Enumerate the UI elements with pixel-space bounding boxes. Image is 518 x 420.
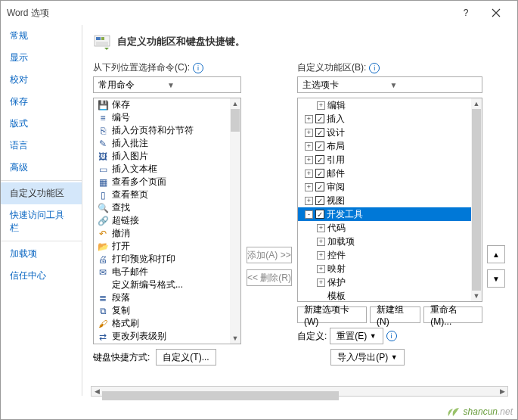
ribbon-tree[interactable]: +编辑+✓插入+✓设计+✓布局+✓引用+✓邮件+✓审阅+✓视图-✓开发工具+代码… bbox=[297, 98, 482, 302]
list-item: ✉电子邮件 bbox=[94, 266, 240, 278]
customize-keyboard-button[interactable]: 自定义(T)... bbox=[156, 349, 216, 366]
add-button[interactable]: 添加(A) >> bbox=[247, 247, 292, 263]
list-item: 🔍查找 bbox=[94, 201, 240, 214]
choose-commands-dropdown[interactable]: 常用命令 ▼ bbox=[93, 76, 241, 93]
list-item: ⧉复制 bbox=[94, 304, 240, 317]
email-icon: ✉ bbox=[97, 267, 109, 278]
expander-icon[interactable]: + bbox=[305, 170, 313, 178]
sidebar-item-quick-access[interactable]: 快速访问工具栏 bbox=[1, 204, 82, 239]
expander-icon[interactable]: + bbox=[305, 115, 313, 123]
sidebar-item-save[interactable]: 保存 bbox=[1, 91, 82, 113]
expander-icon[interactable]: + bbox=[305, 197, 313, 205]
window-title: Word 选项 bbox=[7, 7, 451, 20]
checkbox[interactable]: ✓ bbox=[315, 196, 324, 205]
close-button[interactable] bbox=[481, 1, 511, 25]
move-down-button[interactable]: ▼ bbox=[487, 269, 505, 288]
tree-item-label: 保护 bbox=[327, 276, 346, 289]
comment-icon: ✎ bbox=[97, 138, 109, 149]
tree-item-label: 布局 bbox=[327, 140, 345, 153]
remove-button[interactable]: << 删除(R) bbox=[247, 269, 292, 286]
import-export-button[interactable]: 导入/导出(P) ▼ bbox=[330, 349, 405, 366]
arrow-column: ▲ ▼ bbox=[487, 61, 507, 366]
expander-icon[interactable]: + bbox=[317, 238, 325, 246]
tree-item-label: 模板 bbox=[327, 290, 346, 302]
checkbox[interactable]: ✓ bbox=[315, 182, 324, 191]
checkbox[interactable]: ✓ bbox=[315, 128, 324, 137]
scrollbar[interactable]: ▲ ▼ bbox=[471, 98, 482, 301]
sidebar-item-layout[interactable]: 版式 bbox=[1, 113, 82, 135]
sidebar-item-advanced[interactable]: 高级 bbox=[1, 157, 82, 179]
choose-commands-label: 从下列位置选择命令(C): i bbox=[93, 61, 241, 74]
scroll-up-icon: ▲ bbox=[230, 98, 240, 109]
tree-item[interactable]: +✓插入 bbox=[298, 112, 482, 126]
tree-item[interactable]: -✓开发工具 bbox=[298, 207, 482, 221]
expander-icon[interactable]: + bbox=[305, 129, 313, 137]
sidebar-item-customize-ribbon[interactable]: 自定义功能区 bbox=[1, 182, 82, 204]
expander-icon[interactable]: + bbox=[317, 278, 325, 287]
main-panel: 自定义功能区和键盘快捷键。 从下列位置选择命令(C): i 常用命令 ▼ 💾保存 bbox=[82, 25, 517, 396]
expander-icon[interactable]: + bbox=[317, 101, 325, 110]
checkbox[interactable]: ✓ bbox=[315, 210, 324, 219]
tree-item[interactable]: +保护 bbox=[298, 275, 482, 289]
list-item: ✎插入批注 bbox=[94, 137, 240, 150]
sidebar-item-display[interactable]: 显示 bbox=[1, 47, 82, 69]
label-text: 从下列位置选择命令(C): bbox=[93, 61, 190, 74]
header: 自定义功能区和键盘快捷键。 bbox=[93, 33, 507, 51]
one-page-icon: ▯ bbox=[97, 190, 109, 201]
sidebar-item-proofing[interactable]: 校对 bbox=[1, 69, 82, 91]
tree-item[interactable]: +✓邮件 bbox=[298, 166, 482, 180]
expander-icon[interactable]: + bbox=[317, 265, 325, 273]
info-icon[interactable]: i bbox=[369, 63, 380, 73]
dropdown-value: 主选项卡 bbox=[302, 79, 390, 92]
tree-item[interactable]: +✓审阅 bbox=[298, 180, 482, 194]
tree-item[interactable]: +映射 bbox=[298, 262, 482, 275]
tree-item[interactable]: 模板 bbox=[298, 289, 482, 301]
sidebar-item-trust-center[interactable]: 信任中心 bbox=[1, 265, 82, 287]
new-tab-button[interactable]: 新建选项卡(W) bbox=[297, 306, 367, 323]
print-preview-icon: 🖨 bbox=[97, 254, 109, 265]
commands-listbox[interactable]: 💾保存 ≡编号|▸ ⎘插入分页符和分节符 ✎插入批注 🖼插入图片 ▭插入文本框▸… bbox=[93, 98, 241, 344]
tree-item[interactable]: +编辑 bbox=[298, 98, 482, 112]
svg-rect-1 bbox=[96, 37, 101, 40]
expander-icon[interactable]: + bbox=[305, 156, 313, 164]
find-icon: 🔍 bbox=[97, 203, 109, 213]
tree-item[interactable]: +✓引用 bbox=[298, 153, 482, 166]
checkbox[interactable]: ✓ bbox=[315, 114, 324, 123]
rename-button[interactable]: 重命名(M)... bbox=[423, 306, 482, 323]
keyboard-shortcuts-row: 键盘快捷方式: 自定义(T)... bbox=[93, 349, 241, 366]
tree-item[interactable]: +加载项 bbox=[298, 235, 482, 248]
sidebar-item-language[interactable]: 语言 bbox=[1, 135, 82, 157]
tree-item-label: 审阅 bbox=[327, 181, 345, 194]
sidebar-item-addins[interactable]: 加载项 bbox=[1, 243, 82, 265]
dropdown-value: 常用命令 bbox=[98, 79, 167, 92]
move-up-button[interactable]: ▲ bbox=[487, 245, 505, 263]
checkbox[interactable]: ✓ bbox=[315, 142, 324, 151]
checkbox[interactable]: ✓ bbox=[315, 155, 324, 164]
tree-item[interactable]: +✓设计 bbox=[298, 126, 482, 139]
expander-icon[interactable]: + bbox=[317, 224, 325, 232]
import-export-row: 导入/导出(P) ▼ bbox=[297, 349, 482, 366]
tree-item[interactable]: +✓布局 bbox=[298, 139, 482, 153]
tree-item-label: 引用 bbox=[327, 154, 345, 166]
scrollbar[interactable]: ▲ ▼ bbox=[230, 98, 240, 344]
expander-icon[interactable]: + bbox=[305, 142, 313, 151]
reset-button[interactable]: 重置(E) ▼ bbox=[330, 328, 383, 344]
list-item: 🖌格式刷 bbox=[94, 317, 240, 330]
expander-icon[interactable]: - bbox=[305, 210, 313, 219]
tree-item[interactable]: +代码 bbox=[298, 221, 482, 235]
word-options-dialog: Word 选项 ? 常规 显示 校对 保存 版式 语言 高级 自定义功能区 快速… bbox=[0, 0, 518, 420]
info-icon[interactable]: i bbox=[193, 63, 203, 73]
info-icon[interactable]: i bbox=[386, 331, 397, 341]
sidebar-item-general[interactable]: 常规 bbox=[1, 25, 82, 47]
checkbox[interactable]: ✓ bbox=[315, 169, 324, 178]
tree-item[interactable]: +控件 bbox=[298, 248, 482, 262]
expander-icon[interactable]: + bbox=[317, 251, 325, 260]
new-group-button[interactable]: 新建组(N) bbox=[370, 306, 420, 323]
customize-label: 自定义: bbox=[297, 330, 327, 343]
tree-item[interactable]: +✓视图 bbox=[298, 194, 482, 207]
help-button[interactable]: ? bbox=[451, 1, 481, 25]
expander-icon[interactable]: + bbox=[305, 183, 313, 191]
horizontal-scrollbar[interactable]: ◀ ▶ bbox=[91, 386, 508, 397]
tab-buttons-row: 新建选项卡(W) 新建组(N) 重命名(M)... bbox=[297, 306, 482, 323]
customize-ribbon-dropdown[interactable]: 主选项卡 ▼ bbox=[297, 76, 482, 93]
